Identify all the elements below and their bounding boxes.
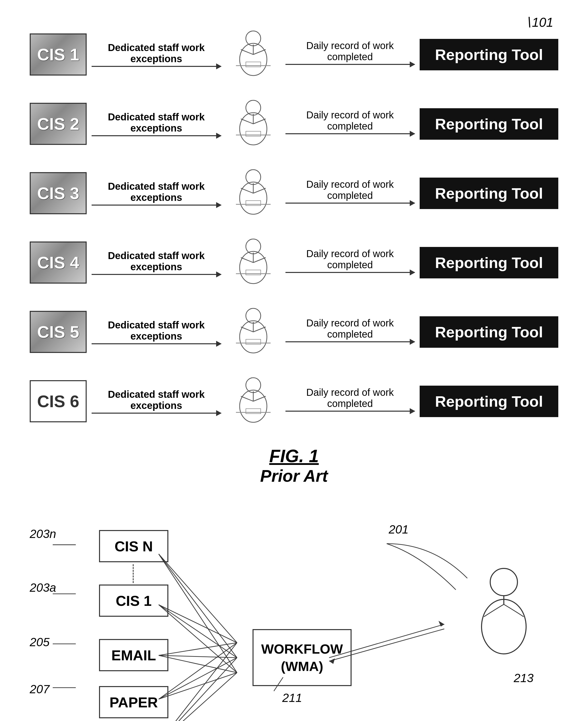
cis2-daily-text: Daily record of workcompleted — [306, 109, 394, 132]
cis4-arrow-line — [91, 274, 221, 275]
cis6-daily-text: Daily record of workcompleted — [306, 387, 394, 409]
svg-line-17 — [241, 188, 253, 193]
cis1-right-arrow — [286, 64, 415, 65]
ref-203a: 203a — [30, 581, 56, 594]
fig2-container: 203n 203a 205 207 209 CIS N CIS 1 EMAIL … — [20, 508, 568, 721]
fig1-row-cis1: CIS 1 Dedicated staff work exceptions — [30, 30, 558, 79]
fig1-row-cis6: CIS 6 Dedicated staff work exceptions Da… — [30, 376, 558, 426]
dotted-separator — [133, 564, 134, 583]
person-icon-1 — [231, 30, 276, 79]
svg-line-11 — [253, 119, 266, 124]
svg-rect-13 — [246, 131, 261, 136]
workflow-box: WORKFLOW (WMA) — [253, 629, 352, 686]
cis1-arrow-area: Dedicated staff work exceptions — [87, 42, 226, 67]
cis3-arrow-text: Dedicated staff work exceptions — [91, 181, 221, 203]
cis4-right-arrow — [286, 272, 415, 273]
fig1-subtitle: Prior Art — [30, 466, 558, 486]
cis2-arrow-line — [91, 135, 221, 136]
cis2-right: Daily record of workcompleted — [280, 109, 420, 138]
svg-line-47 — [159, 554, 237, 673]
cis2-person — [226, 99, 280, 149]
svg-line-58 — [159, 643, 237, 721]
person-fig2 — [469, 567, 539, 662]
cis1-reporting-tool: Reporting Tool — [420, 39, 558, 70]
svg-rect-34 — [246, 339, 261, 344]
cis1-person — [226, 30, 280, 79]
cis3-person — [226, 168, 280, 218]
svg-line-3 — [241, 49, 253, 55]
cis5-reporting-tool: Reporting Tool — [420, 316, 558, 348]
svg-line-59 — [159, 673, 237, 721]
svg-line-56 — [159, 673, 237, 699]
cis6-arrow-line — [91, 413, 221, 414]
svg-line-45 — [159, 554, 237, 658]
svg-line-32 — [253, 327, 266, 332]
svg-line-18 — [253, 188, 266, 193]
svg-rect-41 — [246, 409, 261, 414]
ref-203n: 203n — [30, 527, 56, 541]
fig1-caption: FIG. 1 Prior Art — [30, 446, 558, 486]
fig1-row-cis5: CIS 5 Dedicated staff work exceptions Da… — [30, 307, 558, 357]
cis3-arrow-line — [91, 205, 221, 206]
fig1-title: FIG. 1 — [30, 446, 558, 466]
ref-213: 213 — [514, 671, 533, 685]
svg-line-55 — [159, 643, 237, 699]
cis6-right: Daily record of workcompleted — [280, 387, 420, 416]
svg-line-49 — [159, 604, 237, 658]
cis4-daily-text: Daily record of workcompleted — [306, 248, 394, 270]
ref-207: 207 — [30, 682, 49, 696]
svg-rect-27 — [246, 270, 261, 275]
cis4-right: Daily record of workcompleted — [280, 248, 420, 277]
cis3-box: CIS 3 — [30, 172, 87, 214]
svg-point-42 — [490, 569, 518, 596]
svg-line-52 — [159, 655, 237, 658]
svg-rect-20 — [246, 201, 261, 206]
cis2-box: CIS 2 — [30, 103, 87, 145]
cis3-arrow-area: Dedicated staff work exceptions — [87, 181, 226, 206]
svg-line-51 — [159, 643, 237, 655]
fig1-row-cis4: CIS 4 Dedicated staff work exceptions Da… — [30, 238, 558, 287]
cis5-box: CIS 5 — [30, 311, 87, 353]
cis5-arrow-line — [91, 343, 221, 344]
cis1-arrow-line — [91, 66, 221, 67]
cis1-box: CIS 1 — [30, 34, 87, 76]
cis3-daily-text: Daily record of workcompleted — [306, 179, 394, 201]
svg-point-43 — [482, 599, 526, 654]
fig1-container: ∖101 CIS 1 Dedicated staff work exceptio… — [20, 15, 568, 493]
ref-201: 201 — [389, 522, 408, 536]
cis4-arrow-area: Dedicated staff work exceptions — [87, 250, 226, 275]
person-icon-6 — [231, 376, 276, 426]
cis5-right-arrow — [286, 341, 415, 342]
cis1-right: Daily record of workcompleted — [280, 40, 420, 69]
cis4-arrow-text: Dedicated staff work exceptions — [91, 250, 221, 272]
fig1-row-cis3: CIS 3 Dedicated staff work exceptions Da… — [30, 168, 558, 218]
cis3-reporting-tool: Reporting Tool — [420, 178, 558, 209]
cis5-daily-text: Daily record of workcompleted — [306, 317, 394, 340]
svg-line-50 — [159, 604, 237, 673]
cis6-box: CIS 6 — [30, 380, 87, 422]
cis-n-box: CIS N — [99, 530, 168, 562]
cis1-arrow-text: Dedicated staff work exceptions — [91, 42, 221, 64]
cis5-right: Daily record of workcompleted — [280, 317, 420, 346]
cis5-arrow-area: Dedicated staff work exceptions — [87, 320, 226, 344]
person-icon-4 — [231, 238, 276, 287]
cis3-right-arrow — [286, 203, 415, 204]
cis6-arrow-area: Dedicated staff work exceptions — [87, 389, 226, 414]
cis4-reporting-tool: Reporting Tool — [420, 247, 558, 279]
person-figure-fig2 — [469, 567, 539, 661]
svg-line-46 — [159, 554, 237, 643]
ref-101: ∖101 — [524, 15, 553, 30]
ref-205: 205 — [30, 635, 49, 649]
person-icon-2 — [231, 99, 276, 149]
cis6-right-arrow — [286, 411, 415, 412]
cis2-arrow-area: Dedicated staff work exceptions — [87, 111, 226, 136]
svg-line-31 — [241, 327, 253, 332]
svg-marker-61 — [439, 621, 444, 626]
svg-line-10 — [241, 119, 253, 124]
cis3-right: Daily record of workcompleted — [280, 179, 420, 208]
svg-line-48 — [159, 604, 237, 642]
svg-line-24 — [241, 258, 253, 263]
cis5-arrow-text: Dedicated staff work exceptions — [91, 320, 221, 342]
email-box: EMAIL — [99, 639, 168, 671]
cis2-right-arrow — [286, 133, 415, 134]
